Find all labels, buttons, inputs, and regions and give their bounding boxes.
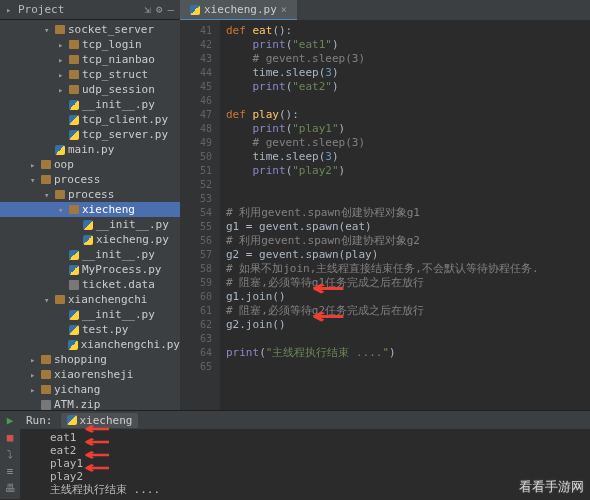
code-line[interactable]: def eat(): xyxy=(226,24,584,38)
close-icon[interactable]: × xyxy=(281,4,287,15)
output-line xyxy=(50,496,586,500)
tree-item[interactable]: __init__.py xyxy=(0,247,180,262)
code-line[interactable]: g1 = gevent.spawn(eat) xyxy=(226,220,584,234)
folder-icon xyxy=(69,40,79,49)
code-line[interactable]: # gevent.sleep(3) xyxy=(226,52,584,66)
tree-label: xiecheng xyxy=(82,203,135,216)
code-line[interactable] xyxy=(226,332,584,346)
tree-item[interactable]: ▸udp_session xyxy=(0,82,180,97)
code-line[interactable]: # 阻塞,必须等待g1任务完成之后在放行 xyxy=(226,276,584,290)
code-editor[interactable]: 4142434445464748495051525354555657585960… xyxy=(180,20,590,410)
editor-tabs: xiecheng.py × xyxy=(180,0,590,20)
py-icon xyxy=(69,115,79,125)
toggle-soft-wrap-icon[interactable]: ⤵ xyxy=(7,448,13,461)
py-icon xyxy=(69,100,79,110)
tree-item[interactable]: test.py xyxy=(0,322,180,337)
code-line[interactable] xyxy=(226,178,584,192)
chevron-icon: ▾ xyxy=(44,25,52,35)
code-line[interactable]: # gevent.sleep(3) xyxy=(226,136,584,150)
tree-label: __init__.py xyxy=(96,218,169,231)
tree-label: main.py xyxy=(68,143,114,156)
project-label: Project xyxy=(18,3,64,16)
tree-item[interactable]: ▸shopping xyxy=(0,352,180,367)
code-line[interactable]: # 利用gevent.spawn创建协程对象g1 xyxy=(226,206,584,220)
code-line[interactable]: # 利用gevent.spawn创建协程对象g2 xyxy=(226,234,584,248)
run-output[interactable]: eat1←eat2←play1←play2←主线程执行结束 .... Proce… xyxy=(20,429,590,500)
chevron-icon: ▸ xyxy=(58,70,66,80)
tree-item[interactable]: ATM.zip xyxy=(0,397,180,410)
rerun-icon[interactable]: ▶ xyxy=(7,414,14,427)
code-line[interactable]: print("play1") xyxy=(226,122,584,136)
tree-item[interactable]: ▸oop xyxy=(0,157,180,172)
tree-item[interactable]: main.py xyxy=(0,142,180,157)
collapse-icon[interactable]: ⇲ xyxy=(144,3,151,16)
code-line[interactable]: # 如果不加join,主线程直接结束任务,不会默认等待协程任务. xyxy=(226,262,584,276)
code-line[interactable]: time.sleep(3) xyxy=(226,66,584,80)
code-line[interactable]: def play(): xyxy=(226,108,584,122)
tree-item[interactable]: xianchengchi.py xyxy=(0,337,180,352)
code-area[interactable]: def eat(): print("eat1") # gevent.sleep(… xyxy=(220,20,590,410)
code-line[interactable]: g2.join() xyxy=(226,318,584,332)
run-label: Run: xyxy=(26,414,53,427)
python-icon xyxy=(67,415,77,425)
tree-item[interactable]: ▸tcp_nianbao xyxy=(0,52,180,67)
code-line[interactable] xyxy=(226,192,584,206)
tree-item[interactable]: ▾process xyxy=(0,172,180,187)
code-line[interactable] xyxy=(226,360,584,374)
tree-item[interactable]: ▾process xyxy=(0,187,180,202)
tree-item[interactable]: tcp_server.py xyxy=(0,127,180,142)
py-icon xyxy=(69,325,79,335)
stop-icon[interactable]: ■ xyxy=(7,431,14,444)
scroll-icon[interactable]: ≡ xyxy=(7,465,14,478)
code-line[interactable] xyxy=(226,94,584,108)
hide-icon[interactable]: — xyxy=(167,3,174,16)
tree-label: xianchengchi.py xyxy=(81,338,180,351)
folder-icon xyxy=(41,370,51,379)
tree-item[interactable]: __init__.py xyxy=(0,217,180,232)
gear-icon[interactable]: ⚙ xyxy=(156,3,163,16)
tree-item[interactable]: MyProcess.py xyxy=(0,262,180,277)
code-line[interactable]: time.sleep(3) xyxy=(226,150,584,164)
tree-item[interactable]: tcp_client.py xyxy=(0,112,180,127)
tree-item[interactable]: ▸tcp_struct xyxy=(0,67,180,82)
chevron-icon: ▸ xyxy=(30,355,38,365)
folder-icon xyxy=(55,295,65,304)
chevron-icon: ▸ xyxy=(30,385,38,395)
tree-item[interactable]: ▸tcp_login xyxy=(0,37,180,52)
tree-label: ATM.zip xyxy=(54,398,100,410)
tree-item[interactable]: xiecheng.py xyxy=(0,232,180,247)
code-line[interactable]: print("eat1") xyxy=(226,38,584,52)
print-icon[interactable]: 🖶 xyxy=(5,482,16,495)
tree-item[interactable]: __init__.py xyxy=(0,307,180,322)
folder-icon xyxy=(55,25,65,34)
tree-item[interactable]: ▾xianchengchi xyxy=(0,292,180,307)
code-line[interactable]: print("主线程执行结束 ....") xyxy=(226,346,584,360)
chevron-icon: ▸ xyxy=(30,370,38,380)
watermark: 看看手游网 xyxy=(519,478,584,496)
code-line[interactable]: g1.join() xyxy=(226,290,584,304)
python-icon xyxy=(190,5,200,15)
folder-icon xyxy=(41,160,51,169)
chevron-down-icon: ▸ xyxy=(6,5,14,15)
tree-item[interactable]: __init__.py xyxy=(0,97,180,112)
tree-item[interactable]: ▾xiecheng xyxy=(0,202,180,217)
folder-icon xyxy=(69,85,79,94)
code-line[interactable]: # 阻塞,必须等待g2任务完成之后在放行 xyxy=(226,304,584,318)
run-toolbar: ▶ ■ ⤵ ≡ 🖶 xyxy=(0,411,20,499)
project-tree[interactable]: ▾socket_server▸tcp_login▸tcp_nianbao▸tcp… xyxy=(0,20,180,410)
tree-label: process xyxy=(68,188,114,201)
code-line[interactable]: g2 = gevent.spawn(play) xyxy=(226,248,584,262)
tree-label: __init__.py xyxy=(82,308,155,321)
tree-label: xianchengchi xyxy=(68,293,147,306)
folder-icon xyxy=(69,70,79,79)
project-tool-header[interactable]: ▸ Project ⇲ ⚙ — xyxy=(0,0,180,20)
output-line: 主线程执行结束 .... xyxy=(50,483,586,496)
tree-item[interactable]: ticket.data xyxy=(0,277,180,292)
code-line[interactable]: print("eat2") xyxy=(226,80,584,94)
code-line[interactable]: print("play2") xyxy=(226,164,584,178)
tree-item[interactable]: ▸xiaorensheji xyxy=(0,367,180,382)
chevron-icon: ▾ xyxy=(44,295,52,305)
tab-xiecheng[interactable]: xiecheng.py × xyxy=(180,0,297,20)
tree-item[interactable]: ▾socket_server xyxy=(0,22,180,37)
tree-item[interactable]: ▸yichang xyxy=(0,382,180,397)
